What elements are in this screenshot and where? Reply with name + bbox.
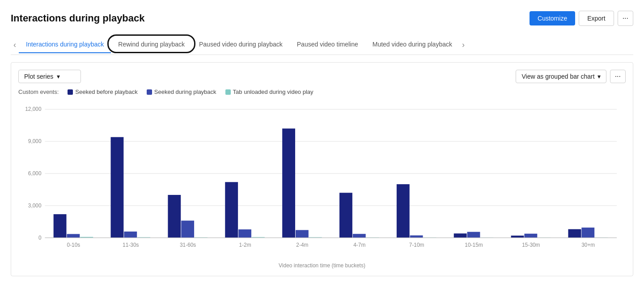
chevron-down-icon: ▾ [57, 73, 60, 80]
legend-dot-seeked-before [68, 89, 73, 95]
svg-rect-18 [168, 195, 181, 238]
bar-chart: 03,0006,0009,00012,0000-10s11-30s31-60s1… [18, 100, 626, 261]
chart-container: 03,0006,0009,00012,0000-10s11-30s31-60s1… [18, 100, 626, 261]
legend-dot-seeked-during [147, 89, 152, 95]
legend-label-seeked-during: Seeked during playback [154, 89, 216, 95]
more-options-button[interactable]: ··· [618, 11, 633, 26]
svg-rect-15 [124, 232, 137, 238]
page-title: Interactions during playback [11, 13, 145, 24]
tab-interactions[interactable]: Interactions during playback [19, 36, 111, 53]
view-as-button[interactable]: View as grouped bar chart ▾ [516, 70, 606, 83]
legend-label-tab-unloaded: Tab unloaded during video play [233, 89, 314, 95]
svg-text:10-15m: 10-15m [465, 242, 483, 248]
svg-rect-22 [225, 182, 238, 238]
legend-item-seeked-before: Seeked before playback [68, 89, 137, 95]
svg-rect-30 [339, 193, 352, 238]
svg-rect-26 [282, 129, 295, 238]
header-actions: Customize Export ··· [530, 11, 633, 26]
tab-paused-timeline[interactable]: Paused video timeline [290, 36, 365, 53]
svg-rect-27 [296, 230, 309, 238]
tab-muted-video[interactable]: Muted video during playback [365, 36, 459, 53]
svg-rect-10 [54, 214, 67, 238]
chart-more-button[interactable]: ··· [610, 70, 626, 83]
plot-series-dropdown[interactable]: Plot series ▾ [18, 70, 81, 83]
svg-text:3,000: 3,000 [28, 202, 42, 209]
chart-toolbar-right: View as grouped bar chart ▾ ··· [516, 70, 626, 83]
svg-rect-39 [467, 232, 480, 238]
svg-rect-11 [67, 234, 80, 237]
tab-rewind[interactable]: Rewind during playback [111, 36, 192, 53]
svg-text:6,000: 6,000 [28, 170, 42, 177]
export-button[interactable]: Export [579, 11, 614, 26]
page-header: Interactions during playback Customize E… [11, 11, 633, 26]
chevron-right-icon: › [462, 40, 465, 50]
legend-label: Custom events: [18, 89, 59, 95]
tabs-prev-button[interactable]: ‹ [11, 35, 19, 55]
legend-dot-tab-unloaded [225, 89, 231, 95]
svg-text:30+m: 30+m [581, 242, 595, 248]
svg-text:12,000: 12,000 [25, 106, 42, 112]
svg-text:31-60s: 31-60s [180, 242, 196, 248]
svg-text:4-7m: 4-7m [353, 242, 365, 248]
more-icon: ··· [615, 72, 621, 80]
x-axis-label: Video interaction time (time buckets) [18, 262, 626, 269]
svg-rect-19 [181, 221, 194, 238]
chart-area: Plot series ▾ View as grouped bar chart … [11, 62, 633, 276]
svg-text:7-10m: 7-10m [409, 242, 424, 248]
legend-label-seeked-before: Seeked before playback [75, 89, 137, 95]
svg-text:11-30s: 11-30s [123, 242, 139, 248]
svg-rect-38 [454, 233, 467, 238]
more-icon: ··· [623, 14, 628, 22]
svg-rect-31 [353, 234, 366, 238]
svg-rect-23 [238, 229, 251, 238]
tabs-bar: ‹ Interactions during playback Rewind du… [11, 35, 633, 55]
svg-rect-14 [111, 137, 124, 238]
svg-text:0: 0 [38, 235, 42, 241]
chevron-left-icon: ‹ [13, 40, 16, 50]
customize-button[interactable]: Customize [530, 11, 575, 25]
svg-text:1-2m: 1-2m [239, 242, 251, 248]
svg-text:15-30m: 15-30m [522, 242, 540, 248]
svg-rect-46 [568, 229, 581, 238]
plot-series-label: Plot series [24, 73, 53, 80]
svg-text:0-10s: 0-10s [67, 242, 80, 248]
chart-toolbar: Plot series ▾ View as grouped bar chart … [18, 70, 626, 83]
svg-rect-47 [581, 228, 594, 238]
chart-legend: Custom events: Seeked before playback Se… [18, 89, 626, 95]
chevron-down-icon: ▾ [597, 73, 601, 80]
view-as-label: View as grouped bar chart [521, 73, 594, 80]
legend-item-seeked-during: Seeked during playback [147, 89, 216, 95]
svg-rect-34 [397, 184, 410, 238]
svg-rect-35 [410, 236, 423, 238]
svg-text:9,000: 9,000 [28, 138, 42, 144]
svg-text:2-4m: 2-4m [296, 242, 308, 248]
legend-item-tab-unloaded: Tab unloaded during video play [225, 89, 314, 95]
tab-paused-video[interactable]: Paused video during playback [192, 36, 290, 53]
svg-rect-42 [511, 236, 524, 238]
svg-rect-43 [524, 234, 537, 238]
tabs-next-button[interactable]: › [459, 35, 467, 55]
